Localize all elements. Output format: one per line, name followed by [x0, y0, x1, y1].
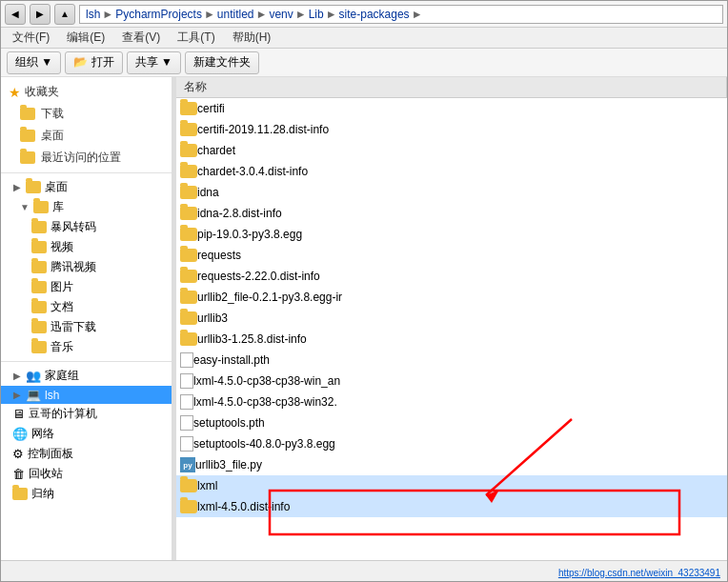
tree-pictures[interactable]: 图片 [20, 277, 172, 297]
file-item[interactable]: urllib2_file-0.2.1-py3.8.egg-ir [176, 287, 727, 308]
file-item[interactable]: setuptools.pth [176, 412, 727, 433]
folder-icon [12, 488, 28, 500]
tree-xunlei[interactable]: 迅雷下载 [20, 317, 172, 337]
file-item[interactable]: lxml-4.5.0-cp38-cp38-win_an [176, 371, 727, 391]
file-item[interactable]: chardet-3.0.4.dist-info [176, 161, 727, 182]
file-item[interactable]: requests-2.22.0.dist-info [176, 266, 727, 287]
baofeng-label: 暴风转码 [51, 219, 96, 235]
path-sep-5: ► [326, 8, 337, 21]
path-lib[interactable]: Lib [309, 8, 324, 21]
menu-tools[interactable]: 工具(T) [170, 28, 222, 48]
expand-library[interactable] [20, 202, 30, 212]
file-name: certifi-2019.11.28.dist-info [197, 123, 329, 136]
file-icon [180, 394, 193, 410]
network-icon: 🌐 [12, 427, 28, 441]
menu-file[interactable]: 文件(F) [5, 28, 57, 48]
recycle-icon: 🗑 [12, 467, 25, 481]
new-folder-button[interactable]: 新建文件夹 [185, 51, 259, 74]
sidebar-item-desktop[interactable]: 桌面 [1, 125, 172, 147]
folder-icon [31, 321, 47, 333]
file-item[interactable]: lxml-4.5.0.dist-info [176, 496, 727, 517]
network-label: 网络 [31, 426, 54, 442]
tree-dougo[interactable]: 🖥 豆哥的计算机 [1, 404, 172, 424]
folder-icon [31, 221, 47, 233]
file-name: lxml-4.5.0.dist-info [197, 500, 290, 513]
expand-homegroup[interactable] [12, 371, 22, 381]
col-header-name[interactable]: 名称 [176, 77, 727, 97]
file-item[interactable]: certifi-2019.11.28.dist-info [176, 119, 727, 140]
file-name: lxml-4.5.0-cp38-cp38-win_an [193, 374, 340, 388]
file-name: chardet [197, 144, 235, 157]
tree-tencent-video[interactable]: 腾讯视频 [20, 257, 172, 277]
menu-view[interactable]: 查看(V) [114, 28, 168, 48]
path-untitled[interactable]: untitled [217, 8, 254, 21]
desktop-section: 桌面 库 暴风转码 视频 [1, 177, 172, 357]
tree-recycle-bin[interactable]: 🗑 回收站 [1, 464, 172, 484]
file-icon [180, 415, 193, 431]
recycle-label: 回收站 [29, 466, 63, 482]
folder-icon [31, 341, 47, 353]
forward-button[interactable]: ▶ [30, 4, 51, 25]
computer-icon: 🖥 [12, 407, 25, 421]
expand-desktop[interactable] [12, 182, 22, 192]
share-button[interactable]: 共享 ▼ [127, 51, 181, 74]
path-sep-3: ► [256, 8, 268, 21]
file-item[interactable]: lxml-4.5.0-cp38-cp38-win32. [176, 391, 727, 412]
path-venv[interactable]: venv [269, 8, 293, 21]
file-item[interactable]: urllib3-1.25.8.dist-info [176, 329, 727, 350]
address-path[interactable]: lsh ► PycharmProjects ► untitled ► venv … [79, 5, 723, 24]
tree-baofeng[interactable]: 暴风转码 [20, 217, 172, 237]
tree-library[interactable]: 库 [9, 197, 172, 217]
path-site-packages[interactable]: site-packages [339, 8, 410, 21]
lsh-label: lsh [45, 389, 59, 402]
file-item[interactable]: urllib3 [176, 308, 727, 329]
menu-edit[interactable]: 编辑(E) [59, 28, 112, 48]
desktop-label: 桌面 [41, 128, 64, 144]
file-item[interactable]: idna-2.8.dist-info [176, 203, 727, 224]
organize-button[interactable]: 组织 ▼ [7, 51, 61, 74]
file-item[interactable]: pip-19.0.3-py3.8.egg [176, 224, 727, 245]
menu-help[interactable]: 帮助(H) [225, 28, 279, 48]
file-item[interactable]: requests [176, 245, 727, 266]
folder-icon [180, 249, 197, 262]
sidebar-item-recent[interactable]: 最近访问的位置 [1, 147, 172, 169]
file-name: certifi [197, 102, 225, 115]
path-pycharm[interactable]: PycharmProjects [115, 8, 202, 21]
sidebar-item-download[interactable]: 下载 [1, 103, 172, 125]
file-item[interactable]: setuptools-40.8.0-py3.8.egg [176, 433, 727, 454]
homegroup-label: 家庭组 [45, 368, 79, 384]
open-button[interactable]: 📂 打开 [65, 51, 122, 74]
folder-icon [180, 332, 197, 346]
file-item[interactable]: lxml [176, 475, 727, 496]
file-name: chardet-3.0.4.dist-info [197, 165, 308, 178]
tree-video[interactable]: 视频 [20, 237, 172, 257]
file-list-header: 名称 [176, 77, 727, 98]
folder-icon [20, 151, 35, 164]
back-button[interactable]: ◀ [5, 4, 26, 25]
tree-control-panel[interactable]: ⚙ 控制面板 [1, 444, 172, 464]
file-item[interactable]: certifi [176, 98, 727, 119]
library-icon [33, 201, 49, 213]
tree-desktop[interactable]: 桌面 [1, 177, 172, 197]
归纳-label: 归纳 [31, 486, 54, 502]
up-button[interactable]: ▲ [54, 4, 75, 25]
tree-documents[interactable]: 文档 [20, 297, 172, 317]
tree-music[interactable]: 音乐 [20, 337, 172, 357]
file-name: idna-2.8.dist-info [197, 207, 282, 220]
file-item[interactable]: chardet [176, 140, 727, 161]
tree-homegroup[interactable]: 👥 家庭组 [1, 366, 172, 386]
file-name: urllib2_file-0.2.1-py3.8.egg-ir [197, 291, 342, 304]
expand-lsh[interactable] [12, 390, 22, 400]
file-item[interactable]: easy-install.pth [176, 350, 727, 371]
file-item[interactable]: idna [176, 182, 727, 203]
tree-lsh[interactable]: 💻 lsh [1, 386, 172, 404]
homegroup-icon: 👥 [26, 369, 41, 383]
tree-归纳[interactable]: 归纳 [1, 484, 172, 504]
file-item[interactable]: pyurllib3_file.py [176, 454, 727, 475]
file-name: urllib3_file.py [195, 458, 262, 472]
csdn-link[interactable]: https://blog.csdn.net/weixin_43233491 [558, 568, 720, 578]
tree-network[interactable]: 🌐 网络 [1, 424, 172, 444]
favorites-header[interactable]: ★ 收藏夹 [1, 81, 172, 103]
path-lsh[interactable]: lsh [86, 8, 100, 21]
file-list[interactable]: 名称 certificertifi-2019.11.28.dist-infoch… [176, 77, 727, 560]
